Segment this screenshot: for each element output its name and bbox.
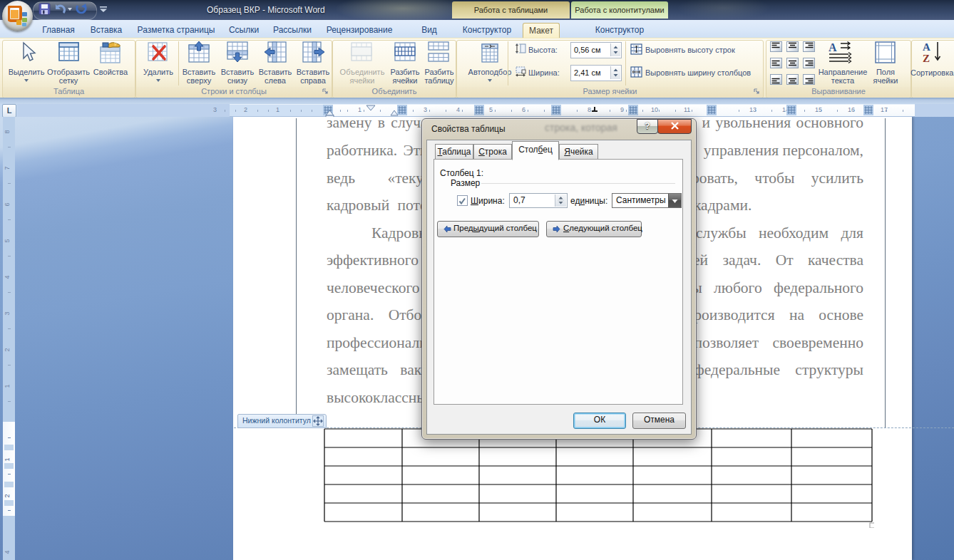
- svg-text:А: А: [923, 41, 930, 53]
- svg-text:Z: Z: [923, 53, 930, 63]
- svg-text:A: A: [829, 41, 837, 53]
